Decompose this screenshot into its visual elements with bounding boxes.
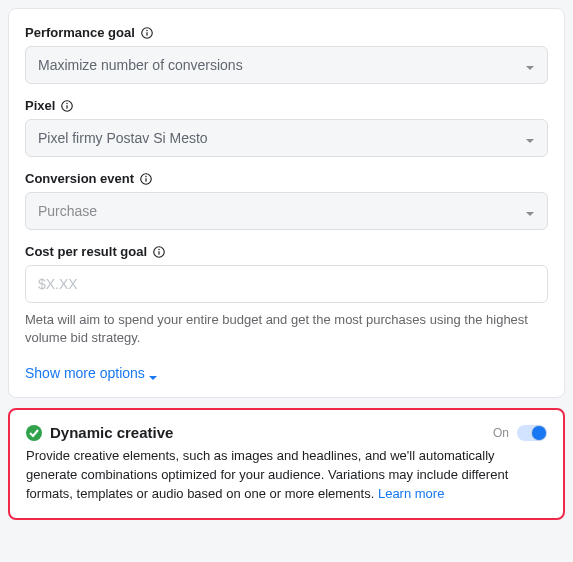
- learn-more-link[interactable]: Learn more: [378, 486, 444, 501]
- info-icon[interactable]: [140, 173, 152, 185]
- performance-goal-value: Maximize number of conversions: [38, 57, 243, 73]
- performance-goal-label: Performance goal: [25, 25, 135, 40]
- dynamic-creative-card: Dynamic creative On Provide creative ele…: [8, 408, 565, 520]
- cost-goal-input[interactable]: [25, 265, 548, 303]
- show-more-label: Show more options: [25, 365, 145, 381]
- svg-point-8: [145, 175, 147, 177]
- svg-point-11: [158, 248, 160, 250]
- chevron-down-icon: [525, 206, 535, 216]
- svg-point-5: [67, 102, 69, 104]
- chevron-down-icon: [525, 133, 535, 143]
- show-more-options-link[interactable]: Show more options: [25, 365, 157, 381]
- info-icon[interactable]: [153, 246, 165, 258]
- pixel-select[interactable]: Pixel firmy Postav Si Mesto: [25, 119, 548, 157]
- cost-goal-field: Cost per result goal Meta will aim to sp…: [25, 244, 548, 347]
- dynamic-creative-title: Dynamic creative: [50, 424, 173, 441]
- cost-goal-helper: Meta will aim to spend your entire budge…: [25, 311, 548, 347]
- dynamic-creative-description: Provide creative elements, such as image…: [26, 447, 547, 504]
- optimization-card: Performance goal Maximize number of conv…: [8, 8, 565, 398]
- check-circle-icon: [26, 425, 42, 441]
- toggle-state-label: On: [493, 426, 509, 440]
- pixel-value: Pixel firmy Postav Si Mesto: [38, 130, 208, 146]
- svg-rect-10: [158, 251, 159, 254]
- conversion-event-label: Conversion event: [25, 171, 134, 186]
- cost-goal-label: Cost per result goal: [25, 244, 147, 259]
- conversion-event-select[interactable]: Purchase: [25, 192, 548, 230]
- toggle-knob: [532, 426, 546, 440]
- svg-rect-4: [67, 105, 68, 108]
- info-icon[interactable]: [61, 100, 73, 112]
- info-icon[interactable]: [141, 27, 153, 39]
- performance-goal-select[interactable]: Maximize number of conversions: [25, 46, 548, 84]
- dynamic-creative-toggle[interactable]: [517, 425, 547, 441]
- conversion-event-value: Purchase: [38, 203, 97, 219]
- caret-down-icon: [149, 369, 157, 377]
- performance-goal-field: Performance goal Maximize number of conv…: [25, 25, 548, 84]
- chevron-down-icon: [525, 60, 535, 70]
- conversion-event-field: Conversion event Purchase: [25, 171, 548, 230]
- svg-rect-7: [145, 178, 146, 181]
- pixel-field: Pixel Pixel firmy Postav Si Mesto: [25, 98, 548, 157]
- svg-rect-1: [146, 32, 147, 35]
- svg-point-2: [146, 29, 148, 31]
- pixel-label: Pixel: [25, 98, 55, 113]
